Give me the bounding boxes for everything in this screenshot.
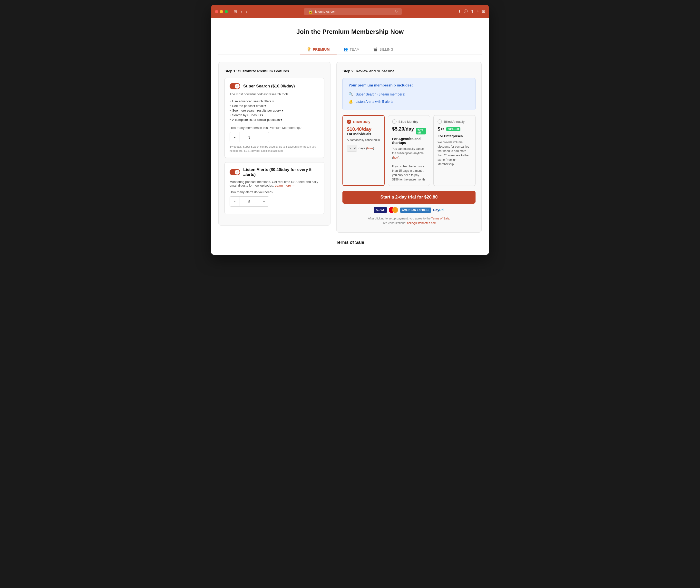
listen-alerts-desc: Monitoring podcast mentions. Get real-ti… bbox=[229, 180, 319, 187]
super-search-quantity-value: 3 bbox=[239, 132, 259, 142]
billing-daily-header: ✓ Billed Daily bbox=[347, 120, 380, 124]
browser-controls: ⊞ ‹ › bbox=[233, 9, 248, 14]
alerts-plus-button[interactable]: + bbox=[259, 197, 269, 206]
search-membership-icon: 🔍 bbox=[348, 92, 353, 96]
monthly-period: Billed Monthly bbox=[399, 120, 418, 123]
billing-daily-card[interactable]: ✓ Billed Daily $10.40/day For Individual… bbox=[342, 115, 385, 186]
check-icon: ✓ bbox=[236, 85, 238, 88]
listen-alerts-toggle[interactable]: ✓ bbox=[229, 169, 240, 175]
minimize-button[interactable] bbox=[220, 10, 223, 13]
feature-item[interactable]: See more search results per query ▾ bbox=[229, 108, 319, 113]
terms-link[interactable]: Terms of Sale. bbox=[432, 217, 450, 220]
browser-toolbar: ⊞ ‹ › 🔒 listennotes.com ↻ ⬇ ⓘ ⬆ + ⊞ bbox=[211, 5, 489, 18]
super-search-desc: The most powerful podcast research tools… bbox=[229, 92, 319, 96]
feature-item[interactable]: See the podcast email ▾ bbox=[229, 104, 319, 108]
amex-icon: AMERICAN EXPRESS bbox=[400, 208, 431, 213]
super-search-features: Use advanced search filters ▾ See the po… bbox=[229, 99, 319, 122]
toggle-knob: ✓ bbox=[235, 84, 239, 89]
billing-options: ✓ Billed Daily $10.40/day For Individual… bbox=[342, 115, 476, 186]
annually-radio bbox=[438, 119, 442, 124]
page-content: Join the Premium Membership Now 🏆 PREMIU… bbox=[211, 18, 489, 255]
cta-button[interactable]: Start a 2-day trial for $20.80 bbox=[342, 191, 476, 204]
listen-alerts-card: ✓ Listen Alerts ($0.40/day for every 5 a… bbox=[224, 162, 324, 214]
feature-item[interactable]: A complete list of similar podcasts ▾ bbox=[229, 117, 319, 122]
step1-label: Step 1: Customize Premium Features bbox=[224, 69, 324, 73]
browser-window: ⊞ ‹ › 🔒 listennotes.com ↻ ⬇ ⓘ ⬆ + ⊞ Join… bbox=[211, 5, 489, 255]
fine-print-2: Free consultations: bbox=[382, 221, 407, 225]
annually-price-row: $ ✉ 60%+ off bbox=[438, 126, 471, 132]
step2-label: Step 2: Review and Subscribe bbox=[342, 69, 476, 73]
annually-desc: We provide volume discounts for companie… bbox=[438, 140, 471, 166]
tab-billing[interactable]: 🎬 BILLING bbox=[366, 44, 400, 55]
super-search-plus-button[interactable]: + bbox=[259, 132, 269, 142]
tab-team[interactable]: 👥 TEAM bbox=[336, 44, 366, 55]
premium-tab-icon: 🏆 bbox=[306, 47, 311, 52]
super-search-toggle[interactable]: ✓ bbox=[229, 83, 240, 89]
listen-alerts-header: ✓ Listen Alerts ($0.40/day for every 5 a… bbox=[229, 167, 319, 177]
annually-price: $ bbox=[438, 126, 440, 132]
daily-desc: Automatically canceled in bbox=[347, 138, 380, 142]
monthly-badge: 50% off bbox=[416, 128, 426, 134]
billing-annually-card[interactable]: Billed Annually $ ✉ 60%+ off For Enterpr… bbox=[433, 115, 476, 186]
share-icon[interactable]: ⬆ bbox=[471, 9, 474, 14]
forward-button[interactable]: › bbox=[245, 9, 248, 14]
billing-monthly-card[interactable]: Billed Monthly $5.20/day 50% off For Age… bbox=[388, 115, 430, 186]
bell-membership-icon: 🔔 bbox=[348, 99, 353, 104]
daily-how-link[interactable]: how bbox=[367, 146, 373, 150]
left-panel: Step 1: Customize Premium Features ✓ Sup… bbox=[218, 62, 330, 233]
days-suffix-text: days (how). bbox=[359, 146, 375, 150]
membership-alerts-text: Listen Alerts with 5 alerts bbox=[356, 100, 394, 104]
alerts-quantity-value: 5 bbox=[239, 197, 259, 206]
team-tab-icon: 👥 bbox=[343, 47, 348, 52]
monthly-price: $5.20/day bbox=[392, 126, 414, 132]
main-layout: Step 1: Customize Premium Features ✓ Sup… bbox=[218, 62, 482, 233]
email-link[interactable]: hello@listennotes.com bbox=[407, 221, 437, 225]
sidebar-toggle-button[interactable]: ⊞ bbox=[233, 9, 238, 14]
trial-days: 2 3 7 days (how). bbox=[347, 145, 380, 152]
annually-period: Billed Annually bbox=[444, 120, 465, 123]
reload-icon[interactable]: ↻ bbox=[395, 10, 398, 13]
annually-badge: 60%+ off bbox=[446, 127, 461, 131]
add-tab-icon[interactable]: + bbox=[477, 9, 479, 14]
close-button[interactable] bbox=[215, 10, 218, 13]
toggle-knob-2: ✓ bbox=[235, 170, 239, 175]
learn-more-link[interactable]: Learn more → bbox=[275, 184, 295, 187]
alerts-minus-button[interactable]: - bbox=[230, 197, 239, 206]
monthly-radio bbox=[392, 119, 397, 124]
back-button[interactable]: ‹ bbox=[240, 9, 243, 14]
info-icon[interactable]: ⓘ bbox=[464, 9, 468, 14]
lock-icon: 🔒 bbox=[308, 9, 313, 14]
super-search-quantity-control: - 3 + bbox=[229, 132, 269, 142]
address-bar[interactable]: 🔒 listennotes.com ↻ bbox=[304, 8, 402, 15]
billing-monthly-header: Billed Monthly bbox=[392, 119, 426, 124]
fine-print: After clicking to setup payment, you agr… bbox=[342, 216, 476, 226]
monthly-type: For Agencies and Startups bbox=[392, 137, 426, 145]
listen-alerts-quantity-control: - 5 + bbox=[229, 196, 269, 207]
membership-title: Your premium membership includes: bbox=[348, 83, 470, 87]
feature-item[interactable]: Use advanced search filters ▾ bbox=[229, 99, 319, 104]
maximize-button[interactable] bbox=[225, 10, 228, 13]
super-search-minus-button[interactable]: - bbox=[230, 132, 239, 142]
membership-item-alerts: 🔔 Listen Alerts with 5 alerts bbox=[348, 98, 470, 105]
payment-icons: VISA AMERICAN EXPRESS PayPal bbox=[342, 207, 476, 213]
tab-premium[interactable]: 🏆 PREMIUM bbox=[300, 44, 336, 55]
visa-icon: VISA bbox=[374, 207, 387, 213]
tabs-icon[interactable]: ⊞ bbox=[482, 9, 485, 14]
trial-days-select[interactable]: 2 3 7 bbox=[347, 145, 357, 152]
billing-tab-label: BILLING bbox=[380, 47, 394, 51]
membership-item-search: 🔍 Super Search (3 team members) bbox=[348, 91, 470, 98]
feature-item[interactable]: Search by iTunes ID ▾ bbox=[229, 113, 319, 117]
paypal-icon: PayPal bbox=[433, 208, 444, 212]
step2-section: Step 2: Review and Subscribe Your premiu… bbox=[336, 62, 482, 233]
daily-type: For Individuals bbox=[347, 132, 380, 136]
download-icon[interactable]: ⬇ bbox=[458, 9, 461, 14]
monthly-how-link[interactable]: how bbox=[393, 156, 399, 159]
toolbar-icons: ⬇ ⓘ ⬆ + ⊞ bbox=[458, 9, 485, 14]
terms-of-sale-heading: Terms of Sale bbox=[218, 233, 482, 247]
quantity-label: How many members in this Premium Members… bbox=[229, 126, 319, 130]
email-icon: ✉ bbox=[441, 127, 444, 131]
super-search-header: ✓ Super Search ($10.00/day) bbox=[229, 83, 319, 89]
step1-section: Step 1: Customize Premium Features ✓ Sup… bbox=[218, 62, 330, 226]
monthly-price-row: $5.20/day 50% off bbox=[392, 126, 426, 134]
daily-period: Billed Daily bbox=[353, 120, 370, 124]
